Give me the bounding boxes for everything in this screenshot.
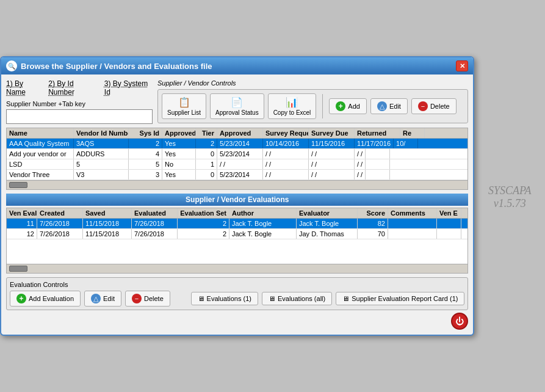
approval-status-button[interactable]: 📄 Approval Status	[210, 93, 264, 119]
controls-inner: 📋 Supplier List 📄 Approval Status 📊 Copy…	[162, 93, 464, 119]
eval-col-header-author: Author	[229, 208, 297, 218]
top-section: 1) By Name 2) By Id Number 3) By System …	[6, 79, 468, 124]
vendor-row-1[interactable]: Add your vendor or ADDURS 4 Yes 0 5/23/2…	[7, 149, 467, 159]
edit-evaluation-button[interactable]: △ Edit	[84, 291, 121, 307]
delete-vendor-button[interactable]: − Delete	[411, 98, 457, 114]
power-button[interactable]: ⏻	[451, 313, 468, 330]
eval-col-header-comments: Comments	[388, 208, 437, 218]
eval-evaluated-0: 7/26/2018	[132, 219, 178, 228]
eval-evaluated-1: 7/26/2018	[132, 229, 178, 239]
eval-author-1: Jack T. Bogle	[229, 229, 297, 239]
left-panel: 1) By Name 2) By Id Number 3) By System …	[6, 79, 153, 124]
vendor-survey-due-0: 11/15/2016	[309, 139, 355, 148]
vendor-name-3: Vendor Three	[7, 170, 74, 180]
vendor-approved2-3: 5/23/2014	[217, 170, 263, 180]
search-label: Supplier Number +Tab key	[6, 100, 153, 107]
approval-status-icon: 📄	[231, 96, 243, 108]
eval1-icon: 🖥	[198, 295, 204, 302]
eval-set-0: 2	[178, 219, 229, 228]
vendor-id-3: V3	[74, 170, 129, 180]
eval-col-header-evalset: Evaluation Set	[178, 208, 229, 218]
vendor-re-2	[366, 159, 390, 169]
tabs-row: 1) By Name 2) By Id Number 3) By System …	[6, 79, 153, 96]
evaluations-1-button[interactable]: 🖥 Evaluations (1)	[191, 292, 258, 305]
eval-grid: Ven Eval Id Created Saved Evaluated Eval…	[6, 208, 468, 274]
col-header-name: Name	[7, 128, 74, 138]
vendor-id-2: 5	[74, 159, 129, 169]
eval-evaluator-1: Jay D. Thomas	[297, 229, 358, 239]
app-icon: 🔍	[6, 60, 17, 71]
add-evaluation-button[interactable]: + Add Evaluation	[10, 291, 81, 307]
col-header-sysid: Sys Id	[129, 128, 162, 138]
watermark: SYSCAPA v1.5.73	[474, 184, 545, 210]
eval-grid-header: Ven Eval Id Created Saved Evaluated Eval…	[7, 208, 467, 219]
vendor-returned-2: / /	[355, 159, 366, 169]
supplier-list-button[interactable]: 📋 Supplier List	[162, 93, 206, 119]
add-icon: +	[336, 101, 345, 111]
copy-to-excel-button[interactable]: 📊 Copy to Excel	[268, 93, 317, 119]
supplier-eval-report-button[interactable]: 🖥 Supplier Evaluation Report Card (1)	[336, 292, 464, 305]
vendor-approved-1: Yes	[162, 149, 196, 159]
close-button[interactable]: ✕	[456, 60, 468, 71]
main-window: 🔍 Browse the Supplier / Vendors and Eval…	[0, 56, 474, 336]
vendor-tier-3: 0	[196, 170, 217, 180]
eval-score-0: 82	[358, 219, 388, 228]
eval-scroll-thumb[interactable]	[9, 266, 27, 272]
vendor-approved-2: No	[162, 159, 196, 169]
tab-by-sysid[interactable]: 3) By System Id	[104, 79, 153, 96]
vendor-row-0[interactable]: AAA Quality System 3AQS 2 Yes 2 5/23/201…	[7, 139, 467, 149]
eval-controls-inner: + Add Evaluation △ Edit − Delete 🖥 Evalu…	[10, 291, 464, 307]
delete-evaluation-button[interactable]: − Delete	[125, 291, 170, 307]
eval-row-0[interactable]: 11 7/26/2018 11/15/2018 7/26/2018 2 Jack…	[7, 219, 467, 229]
eval-set-1: 2	[178, 229, 229, 239]
vendor-grid-scrollbar[interactable]	[7, 180, 467, 189]
vendor-survey-req-3: / /	[263, 170, 309, 180]
eval-saved-1: 11/15/2018	[83, 229, 132, 239]
add-eval-icon: +	[16, 294, 26, 303]
col-header-survey-due: Survey Due	[309, 128, 355, 138]
eval-created-0: 7/26/2018	[37, 219, 83, 228]
eval-saved-0: 11/15/2018	[83, 219, 132, 228]
eval-controls-label: Evaluation Controls	[10, 281, 464, 288]
tab-by-name[interactable]: 1) By Name	[6, 79, 42, 96]
vendor-survey-due-2: / /	[309, 159, 355, 169]
delete-eval-icon: −	[132, 294, 142, 303]
eval-id-0: 11	[7, 219, 37, 228]
add-vendor-button[interactable]: + Add	[329, 98, 367, 114]
vendor-returned-1: / /	[355, 149, 366, 159]
col-header-returned: Returned	[355, 128, 400, 138]
separator-1	[322, 94, 323, 118]
eval-score-1: 70	[358, 229, 388, 239]
vendor-re-0: 10/	[394, 139, 418, 148]
vendor-row-2[interactable]: LSD 5 5 No 1 / / / / / / / /	[7, 159, 467, 170]
search-input[interactable]	[6, 109, 153, 124]
vendor-tier-1: 0	[196, 149, 217, 159]
evaluations-all-button[interactable]: 🖥 Evaluations (all)	[262, 292, 332, 305]
eval-col-header-score: Score	[358, 208, 388, 218]
eval-ven-0	[437, 219, 461, 228]
edit-icon: △	[377, 101, 387, 111]
title-bar: 🔍 Browse the Supplier / Vendors and Eval…	[1, 57, 473, 74]
supplier-list-icon: 📋	[178, 96, 190, 108]
vendor-scroll-thumb[interactable]	[9, 182, 27, 188]
supplier-controls-label: Supplier / Vendor Controls	[157, 79, 468, 87]
eval-comments-0	[388, 219, 437, 228]
vendor-tier-2: 1	[196, 159, 217, 169]
vendor-grid: Name Vendor Id Number Sys Id Approved Ti…	[6, 128, 468, 190]
eval-evaluator-0: Jack T. Bogle	[297, 219, 358, 228]
eval-header-bar: Supplier / Vendor Evaluations	[6, 194, 468, 206]
vendor-re-3	[366, 170, 390, 180]
col-header-approved2: Approved	[217, 128, 263, 138]
title-bar-left: 🔍 Browse the Supplier / Vendors and Eval…	[6, 60, 212, 71]
eval-grid-scrollbar[interactable]	[7, 264, 467, 273]
edit-vendor-button[interactable]: △ Edit	[370, 98, 408, 114]
eval-col-header-evaluator: Evaluator	[297, 208, 358, 218]
vendor-id-0: 3AQS	[74, 139, 129, 148]
eval-row-1[interactable]: 12 7/26/2018 11/15/2018 7/26/2018 2 Jack…	[7, 229, 467, 239]
vendor-returned-0: 11/17/2016	[355, 139, 394, 148]
eval-col-header-ven: Ven E	[437, 208, 461, 218]
vendor-tier-0: 2	[196, 139, 217, 148]
vendor-row-3[interactable]: Vendor Three V3 3 Yes 0 5/23/2014 / / / …	[7, 170, 467, 180]
eval-all-icon: 🖥	[269, 295, 275, 302]
tab-by-id[interactable]: 2) By Id Number	[48, 79, 98, 96]
